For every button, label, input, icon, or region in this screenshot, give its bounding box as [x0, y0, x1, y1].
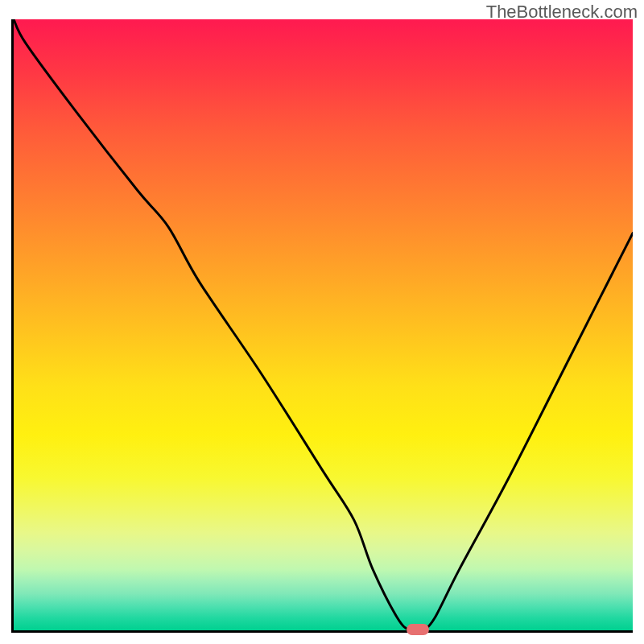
plot-area: [11, 19, 633, 633]
curve-svg: [14, 19, 633, 630]
watermark-text: TheBottleneck.com: [486, 2, 638, 23]
optimal-point-marker: [407, 624, 429, 635]
chart-container: TheBottleneck.com: [0, 0, 644, 644]
bottleneck-curve: [14, 19, 633, 630]
